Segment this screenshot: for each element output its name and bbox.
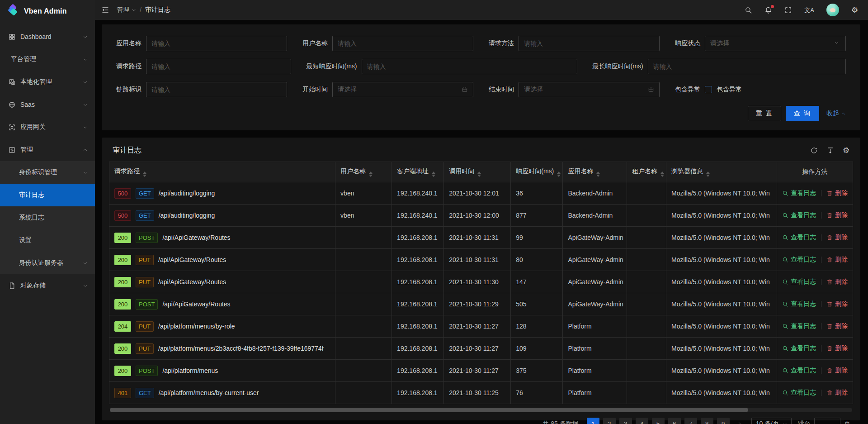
request-method-input[interactable] (519, 36, 660, 51)
page-button-3[interactable]: 3 (619, 418, 632, 424)
column-header[interactable]: 客户端地址 (392, 162, 444, 182)
chevron-down-icon (83, 102, 88, 107)
jump-unit: 页 (844, 420, 850, 424)
view-log-button[interactable]: 查看日志 (782, 344, 816, 353)
delete-button[interactable]: 删除 (826, 278, 848, 286)
fullscreen-icon[interactable] (784, 6, 792, 14)
page-button-8[interactable]: 8 (701, 418, 713, 424)
page-button-9[interactable]: 9 (717, 418, 730, 424)
column-header[interactable]: 租户名称 (627, 162, 666, 182)
delete-button[interactable]: 删除 (826, 233, 848, 242)
start-time-date-input[interactable]: 请选择 (332, 82, 473, 97)
sort-carets-icon[interactable] (143, 172, 146, 177)
max-response-time-input[interactable] (648, 59, 846, 74)
response-status-select[interactable]: 请选择 (705, 36, 846, 51)
notification-bell-icon[interactable] (764, 6, 772, 14)
delete-button[interactable]: 删除 (826, 367, 848, 375)
refresh-icon[interactable] (810, 147, 818, 154)
column-header[interactable]: 用户名称 (335, 162, 392, 182)
delete-button[interactable]: 删除 (826, 344, 848, 353)
app-name-input[interactable] (146, 36, 287, 51)
column-header[interactable]: 浏览器信息 (666, 162, 777, 182)
sidebar-item-system-log[interactable]: 系统日志 (0, 206, 95, 229)
settings-gear-icon[interactable]: ⚙ (851, 6, 859, 14)
sidebar-item-localization[interactable]: 本地化管理 (0, 71, 95, 93)
user-name-cell: vben (335, 182, 392, 205)
call-time-cell: 2021-10-30 11:29 (444, 293, 511, 315)
sort-carets-icon[interactable] (432, 172, 435, 177)
search-button[interactable]: 查 询 (786, 106, 819, 121)
min-response-time-input[interactable] (362, 59, 577, 74)
sidebar-item-dashboard[interactable]: Dashboard (0, 25, 95, 48)
request-path: /api/ApiGateway/Routes (158, 256, 226, 263)
has-exception-checkbox[interactable] (705, 86, 712, 93)
view-log-button[interactable]: 查看日志 (782, 189, 816, 197)
sidebar-item-auth-server[interactable]: 身份认证服务器 (0, 252, 95, 274)
sidebar-item-saas[interactable]: Saas (0, 93, 95, 116)
page-button-7[interactable]: 7 (684, 418, 697, 424)
view-log-button[interactable]: 查看日志 (782, 300, 816, 308)
column-header[interactable]: 调用时间 (444, 162, 511, 182)
sidebar-item-object-storage[interactable]: 对象存储 (0, 274, 95, 297)
delete-button[interactable]: 删除 (826, 322, 848, 330)
request-path-input[interactable] (146, 59, 291, 74)
trace-id-input[interactable] (146, 82, 287, 97)
page-button-5[interactable]: 5 (652, 418, 665, 424)
sort-carets-icon[interactable] (706, 172, 710, 177)
view-log-button[interactable]: 查看日志 (782, 256, 816, 264)
sidebar-item-platform[interactable]: 平台管理 (0, 48, 95, 71)
object-storage-icon (8, 282, 16, 290)
action-divider (821, 279, 821, 285)
sort-carets-icon[interactable] (369, 172, 373, 177)
breadcrumb-parent[interactable]: 管理 (117, 6, 136, 14)
avatar[interactable] (826, 4, 839, 16)
language-icon[interactable]: 文A (804, 6, 814, 14)
sidebar-item-audit-log[interactable]: 审计日志 (0, 184, 95, 206)
page-button-2[interactable]: 2 (603, 418, 616, 424)
delete-button[interactable]: 删除 (826, 189, 848, 197)
sidebar-item-admin[interactable]: 管理 (0, 138, 95, 161)
page-button-6[interactable]: 6 (668, 418, 681, 424)
page-button-4[interactable]: 4 (636, 418, 648, 424)
delete-button[interactable]: 删除 (826, 300, 848, 308)
trash-icon (826, 279, 833, 285)
column-header[interactable]: 请求路径 (109, 162, 335, 182)
column-header[interactable]: 应用名称 (563, 162, 627, 182)
scrollbar-thumb[interactable] (110, 408, 748, 412)
end-time-date-input[interactable]: 请选择 (519, 82, 660, 97)
reset-button[interactable]: 重 置 (748, 106, 781, 121)
view-log-button[interactable]: 查看日志 (782, 233, 816, 242)
column-header[interactable]: 响应时间(ms) (511, 162, 563, 182)
row-height-icon[interactable] (826, 147, 834, 154)
sidebar-item-settings[interactable]: 设置 (0, 229, 95, 252)
view-log-button[interactable]: 查看日志 (782, 322, 816, 330)
chevron-down-icon (132, 8, 136, 12)
view-log-button[interactable]: 查看日志 (782, 278, 816, 286)
search-icon[interactable] (745, 6, 752, 14)
delete-button[interactable]: 删除 (826, 256, 848, 264)
magnifier-icon (782, 212, 788, 219)
sidebar-collapse-icon[interactable] (101, 6, 109, 14)
sidebar-item-gateway[interactable]: 应用网关 (0, 116, 95, 138)
page-button-1[interactable]: 1 (587, 418, 599, 424)
sort-carets-icon[interactable] (477, 172, 481, 177)
table-row: 401GET/api/platform/menus/by-current-use… (109, 382, 853, 404)
collapse-filter-link[interactable]: 收起 (826, 110, 846, 118)
user-name-input[interactable] (332, 36, 473, 51)
sort-carets-icon[interactable] (596, 172, 600, 177)
view-log-button[interactable]: 查看日志 (782, 211, 816, 219)
delete-button[interactable]: 删除 (826, 389, 848, 397)
jump-page-input[interactable] (814, 418, 840, 424)
sort-carets-icon[interactable] (557, 172, 561, 177)
next-page-button[interactable] (733, 418, 746, 424)
view-log-button[interactable]: 查看日志 (782, 389, 816, 397)
sidebar-item-identity[interactable]: 身份标识管理 (0, 161, 95, 184)
method-badge: GET (136, 388, 154, 398)
delete-button[interactable]: 删除 (826, 211, 848, 219)
trash-icon (826, 212, 833, 219)
tenant-cell (627, 271, 666, 293)
view-log-button[interactable]: 查看日志 (782, 367, 816, 375)
page-size-select[interactable]: 10 条/页 (751, 418, 792, 424)
sort-carets-icon[interactable] (660, 172, 664, 177)
column-settings-gear-icon[interactable]: ⚙ (843, 147, 850, 154)
